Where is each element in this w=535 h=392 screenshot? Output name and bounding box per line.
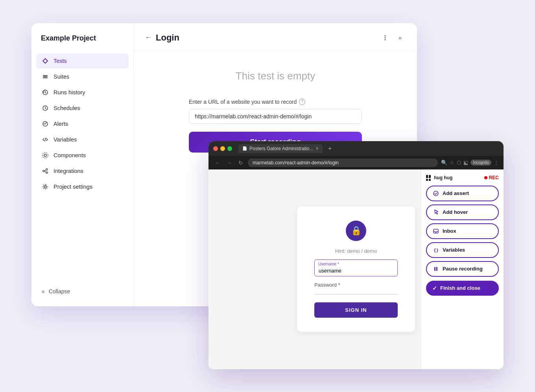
browser-addressbar: ← → ↻ 🔍 ☆ ⬡ ⬕ Incognito ⋮ — [208, 156, 504, 169]
sidebar-item-components[interactable]: Components — [36, 148, 129, 163]
empty-state-title: This test is empty — [236, 70, 315, 82]
svg-rect-1 — [43, 76, 48, 77]
header-actions: » — [379, 32, 406, 44]
pause-recording-label: Pause recording — [443, 266, 483, 272]
add-assert-button[interactable]: Add assert — [426, 186, 499, 201]
help-icon[interactable]: ? — [299, 99, 305, 105]
svg-line-12 — [44, 170, 46, 171]
password-field-wrapper: Password * — [314, 282, 398, 294]
more-browser-icon[interactable]: ⋮ — [494, 160, 499, 166]
search-browser-icon[interactable]: 🔍 — [441, 160, 447, 166]
integrations-icon — [42, 167, 49, 175]
svg-point-7 — [44, 154, 46, 156]
pause-icon — [432, 265, 439, 272]
sidebar-label-schedules: Schedules — [54, 105, 80, 111]
sidebar-label-integrations: Integrations — [54, 168, 83, 174]
collapse-label: Collapse — [49, 288, 70, 294]
back-button[interactable]: ← — [145, 33, 152, 42]
lock-icon: 🔒 — [346, 221, 366, 241]
minimize-traffic-light[interactable] — [220, 146, 225, 151]
rec-dot — [484, 176, 487, 179]
collapse-chevron-icon: « — [42, 288, 45, 294]
sidebar-item-tests[interactable]: Tests — [36, 53, 129, 68]
new-tab-button[interactable]: + — [328, 145, 332, 152]
sidebar-item-schedules[interactable]: Schedules — [36, 101, 129, 116]
recording-panel: hug hug REC Add assert — [421, 169, 504, 369]
svg-point-14 — [44, 186, 46, 188]
address-bar[interactable] — [248, 158, 438, 167]
tab-favicon: 📄 — [242, 146, 247, 151]
username-field-wrapper: Username * — [314, 259, 398, 276]
svg-line-6 — [45, 138, 46, 141]
url-section: Enter a URL of a website you want to rec… — [189, 99, 362, 124]
sidebar-item-project-settings[interactable]: Project settings — [36, 179, 129, 194]
hover-icon — [432, 209, 439, 216]
password-input[interactable] — [314, 289, 398, 294]
collapse-button[interactable]: « Collapse — [31, 284, 133, 298]
traffic-lights — [213, 146, 232, 151]
close-traffic-light[interactable] — [213, 146, 218, 151]
svg-text:{}: {} — [434, 248, 439, 253]
star-icon[interactable]: ☆ — [450, 160, 454, 166]
maximize-traffic-light[interactable] — [227, 146, 232, 151]
svg-rect-0 — [43, 75, 48, 76]
assert-icon — [432, 190, 439, 197]
finish-close-button[interactable]: ✓ Finish and close — [426, 281, 499, 296]
sidebar-item-alerts[interactable]: Alerts — [36, 116, 129, 131]
settings-icon — [42, 183, 49, 190]
sidebar-item-runs-history[interactable]: Runs history — [36, 85, 129, 100]
back-nav-button[interactable]: ← — [213, 159, 222, 167]
sidebar-label-variables: Variables — [54, 136, 77, 143]
sidebar-label-alerts: Alerts — [54, 121, 68, 127]
svg-point-8 — [42, 153, 48, 158]
page-title: Login — [156, 33, 179, 43]
sidebar-item-suites[interactable]: Suites — [36, 69, 129, 84]
logo-text: hug hug — [434, 175, 452, 180]
sign-in-label: SIGN IN — [345, 307, 367, 313]
refresh-button[interactable]: ↻ — [237, 159, 245, 167]
inbox-button[interactable]: Inbox — [426, 223, 499, 239]
content-header: ← Login » — [134, 23, 417, 51]
svg-point-10 — [46, 169, 48, 170]
svg-point-18 — [434, 191, 438, 196]
url-input[interactable] — [189, 109, 362, 124]
more-options-button[interactable] — [379, 32, 391, 44]
diamond-icon — [42, 57, 49, 64]
svg-point-15 — [385, 35, 386, 36]
pause-recording-button[interactable]: Pause recording — [426, 261, 499, 277]
svg-rect-21 — [434, 267, 435, 271]
tab-close-button[interactable]: ✕ — [315, 146, 319, 151]
browser-titlebar: 📄 Posters Galore Administratio... ✕ + — [208, 141, 504, 156]
sidebar-label-tests: Tests — [54, 58, 67, 64]
browser-tab[interactable]: 📄 Posters Galore Administratio... ✕ — [238, 144, 323, 153]
sidebar-item-integrations[interactable]: Integrations — [36, 164, 129, 179]
schedules-icon — [42, 105, 49, 112]
username-label: Username * — [318, 262, 339, 266]
svg-rect-22 — [436, 267, 437, 271]
variables-label: Variables — [443, 247, 465, 253]
svg-rect-2 — [43, 77, 48, 78]
finish-close-label: Finish and close — [440, 285, 480, 291]
add-hover-button[interactable]: Add hover — [426, 204, 499, 220]
sidebar-label-runs-history: Runs history — [54, 89, 85, 96]
sign-in-button[interactable]: SIGN IN — [314, 302, 398, 318]
extensions-icon[interactable]: ⬡ — [457, 160, 461, 166]
code-icon — [42, 136, 49, 143]
project-name: Example Project — [31, 34, 133, 53]
svg-line-13 — [44, 171, 46, 172]
pip-icon[interactable]: ⬕ — [463, 160, 468, 166]
inbox-icon — [432, 228, 439, 235]
collapse-panel-button[interactable]: » — [394, 32, 406, 44]
tab-title: Posters Galore Administratio... — [249, 146, 313, 151]
inbox-label: Inbox — [443, 228, 456, 234]
header-left: ← Login — [145, 33, 179, 43]
sidebar-item-variables[interactable]: Variables — [36, 132, 129, 147]
sidebar-label-suites: Suites — [54, 74, 69, 80]
rec-label: REC — [489, 175, 499, 180]
svg-point-9 — [43, 170, 44, 172]
sidebar-label-project-settings: Project settings — [54, 184, 92, 190]
variables-button[interactable]: {} Variables — [426, 242, 499, 258]
incognito-badge: Incognito — [470, 160, 491, 166]
add-hover-label: Add hover — [443, 209, 468, 215]
forward-nav-button[interactable]: → — [225, 159, 234, 167]
